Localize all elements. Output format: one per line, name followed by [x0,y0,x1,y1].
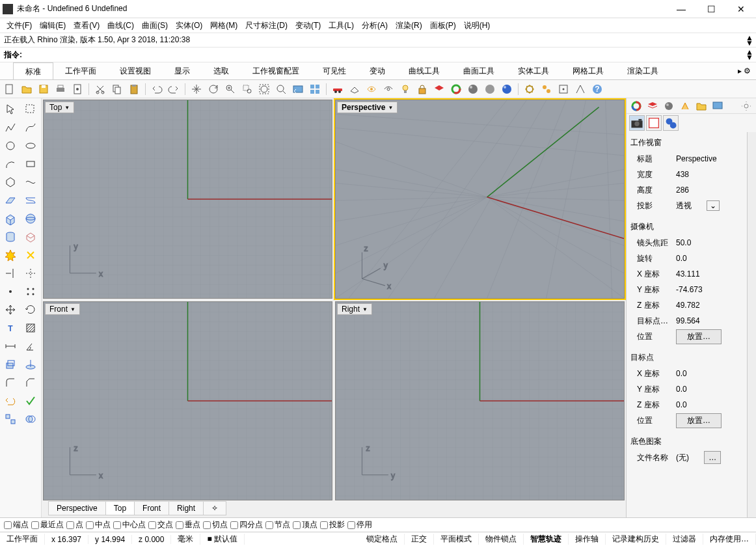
viewport-top[interactable]: Top▼ yx [43,100,332,299]
viewport-label-right[interactable]: Right▼ [337,303,372,315]
tab-transform[interactable]: 变动 [358,62,397,79]
prop-target-dist-value[interactable]: 99.564 [676,316,743,325]
status-grid-snap[interactable]: 锁定格点 [360,534,405,545]
show-hide-icon[interactable] [381,82,396,96]
arc-icon[interactable] [1,156,20,172]
menu-tools[interactable]: 工具(L) [329,20,354,31]
prop-rotation-value[interactable]: 0.0 [676,254,743,263]
history-scroll[interactable]: ▲▼ [746,35,756,46]
menu-view[interactable]: 查看(V) [74,20,100,31]
osnap-disable[interactable]: 停用 [347,519,372,530]
car-icon[interactable] [331,82,345,96]
layers-red-icon[interactable] [432,82,446,96]
menu-render[interactable]: 渲染(R) [396,20,422,31]
points-icon[interactable] [21,283,40,300]
fillet-icon[interactable] [1,374,20,391]
join-icon[interactable] [21,247,40,264]
menu-edit[interactable]: 编辑(E) [40,20,66,31]
display-tab-icon[interactable] [662,99,676,113]
menu-transform[interactable]: 变动(T) [295,20,321,31]
menu-solid[interactable]: 实体(O) [176,20,202,31]
move-uvn-icon[interactable] [573,82,587,96]
document-properties-icon[interactable] [70,82,85,96]
gears-icon[interactable] [539,82,554,96]
status-osnap[interactable]: 物件锁点 [479,534,524,545]
chevron-down-icon[interactable]: ⌄ [707,200,720,211]
help-icon[interactable]: ? [590,82,604,96]
tab-meshtools[interactable]: 网格工具 [561,62,615,79]
menu-mesh[interactable]: 网格(M) [210,20,237,31]
status-ortho[interactable]: 正交 [405,534,434,545]
osnap-center[interactable]: 中心点 [113,519,146,530]
viewport-perspective[interactable]: Perspective▼ zyx [335,100,625,299]
zoom-selected-icon[interactable] [274,82,288,96]
osnap-end[interactable]: 端点 [4,519,29,530]
tab-curvetools[interactable]: 曲线工具 [397,62,452,79]
prop-z-value[interactable]: 49.782 [676,301,743,310]
osnap-point[interactable]: 点 [66,519,83,530]
render-sphere-icon[interactable] [466,82,480,96]
vptab-right[interactable]: Right [169,501,204,515]
properties-tab-icon[interactable] [629,99,643,113]
print-icon[interactable] [53,82,68,96]
prop-width-value[interactable]: 438 [676,170,743,179]
status-layer[interactable]: ■ 默认值 [200,534,245,545]
polyline-icon[interactable] [1,119,20,136]
paste-icon[interactable] [127,82,141,96]
browse-file-button[interactable]: … [704,451,721,464]
undo-icon[interactable] [150,82,164,96]
tab-surfacetools[interactable]: 曲面工具 [452,62,506,79]
properties-ring-icon[interactable] [449,82,463,96]
boolean-icon[interactable] [21,411,40,428]
zoom-window-icon[interactable] [240,82,254,96]
tab-solidtools[interactable]: 实体工具 [506,62,561,79]
sphere-icon[interactable] [21,210,40,227]
shade-sphere-icon[interactable] [483,82,497,96]
viewport-label-perspective[interactable]: Perspective▼ [337,102,398,113]
osnap-mid[interactable]: 中点 [86,519,111,530]
menu-surface[interactable]: 曲面(S) [142,20,168,31]
save-icon[interactable] [36,82,51,96]
tab-visibility[interactable]: 可见性 [311,62,358,79]
tab-viewportlayout[interactable]: 工作视窗配置 [241,62,311,79]
trim-icon[interactable] [1,265,20,282]
osnap-int[interactable]: 交点 [148,519,173,530]
osnap-quad[interactable]: 四分点 [230,519,263,530]
lock-icon[interactable] [415,82,429,96]
osnap-perp[interactable]: 垂点 [176,519,200,530]
chevron-down-icon[interactable]: ▼ [388,105,393,111]
four-viewports-icon[interactable] [308,82,322,96]
tab-rendertools[interactable]: 渲染工具 [615,62,670,79]
proptab-camera-icon[interactable] [629,115,645,131]
chevron-down-icon[interactable]: ▼ [362,307,368,312]
vptab-perspective[interactable]: Perspective [48,501,106,515]
status-memory[interactable]: 内存使用… [703,534,756,545]
status-cplane[interactable]: 工作平面 [0,534,45,545]
place-target-button[interactable]: 放置… [676,413,722,428]
vptab-front[interactable]: Front [134,501,169,515]
move-icon[interactable] [1,301,20,318]
menu-analyze[interactable]: 分析(A) [362,20,388,31]
extrude-icon[interactable] [1,356,20,373]
rendering-tab-icon[interactable] [678,99,692,113]
menu-file[interactable]: 文件(F) [7,20,32,31]
tab-standard[interactable]: 标准 [13,62,53,79]
viewport-label-front[interactable]: Front▼ [45,303,80,315]
set-cplane-icon[interactable] [347,82,362,96]
gear-icon[interactable] [739,99,753,113]
render-sphere2-icon[interactable] [500,82,514,96]
dim-angle-icon[interactable] [21,338,40,355]
viewport-label-top[interactable]: Top▼ [45,102,74,113]
lightbulb-icon[interactable] [398,82,412,96]
pointer-icon[interactable] [1,101,20,118]
prop-projection-value[interactable]: 透视 [676,201,692,210]
check-icon[interactable] [21,392,40,409]
rotate-view-icon[interactable] [206,82,221,96]
undo-view-icon[interactable] [291,82,305,96]
revolve-icon[interactable] [21,356,40,373]
menu-panel[interactable]: 面板(P) [430,20,456,31]
osnap-knot[interactable]: 节点 [265,519,290,530]
dim-icon[interactable] [1,338,20,355]
command-scroll[interactable]: ▲▼ [746,49,756,60]
named-view-icon[interactable] [364,82,379,96]
